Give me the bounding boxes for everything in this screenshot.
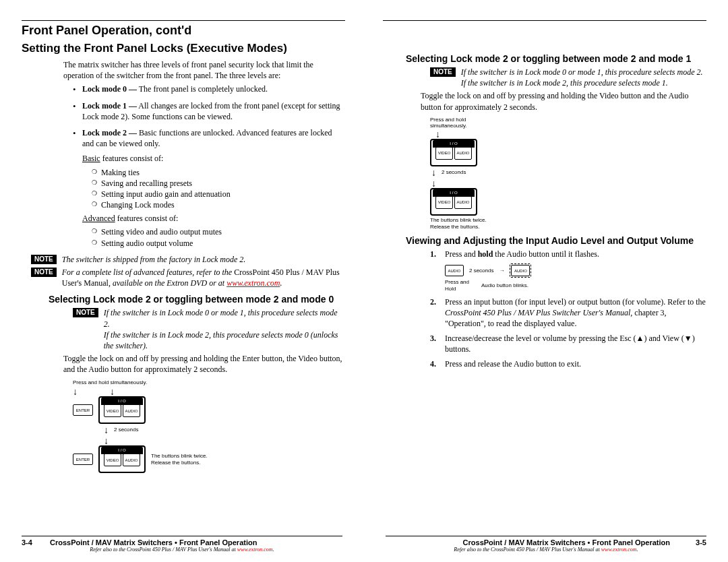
section-title: Front Panel Operation, cont'd — [22, 24, 345, 38]
fig-2sec: 2 seconds — [114, 427, 138, 433]
fig-2sec: 2 seconds — [469, 268, 493, 274]
audio-button-icon: AUDIO — [511, 265, 530, 276]
fig-caption: Press and hold simultaneously. — [430, 117, 706, 129]
toggle-body-r: Toggle the lock on and off by pressing a… — [421, 90, 706, 112]
mode1-item: Lock mode 1 — All changes are locked fro… — [73, 100, 345, 122]
note2-a: For a complete list of advanced features… — [62, 268, 234, 277]
sub-h3-left: Selecting Lock mode 2 or toggling betwee… — [49, 294, 345, 305]
note-badge: NOTE — [73, 308, 98, 317]
note-text: If the switcher is in Lock mode 0 or mod… — [461, 67, 703, 88]
audio-button-icon: AUDIO — [123, 454, 140, 466]
io-panel: I / O VIDEO AUDIO — [430, 188, 477, 216]
footer-sub-tail: . — [637, 547, 638, 553]
s3: Increase/decrease the level or volume by… — [445, 333, 706, 354]
io-label: I / O — [118, 448, 125, 452]
mode2-item: Lock mode 2 — Basic functions are unlock… — [73, 127, 345, 249]
audio-button-icon: AUDIO — [454, 147, 472, 160]
arrow-down-icon: ↓ — [431, 178, 436, 189]
note-r1: NOTE If the switcher is in Lock mode 0 o… — [430, 67, 706, 88]
adv-item: Setting video and audio output mutes — [92, 226, 345, 237]
s2a: Press an input button (for input level) … — [445, 297, 706, 307]
figure-lock-left: Press and hold simultaneously. ↓ ↓ ENTER… — [73, 379, 345, 474]
footer-sub: Refer also to the CrossPoint 450 Plus / … — [22, 547, 342, 553]
extron-link[interactable]: www.extron.com — [226, 278, 280, 288]
audio-button-icon: AUDIO — [454, 196, 472, 209]
blink-outline: AUDIO — [510, 263, 531, 278]
footer-title: CrossPoint / MAV Matrix Switchers • Fron… — [463, 538, 670, 547]
video-button-icon: VIDEO — [104, 404, 121, 417]
note2-c: , available on the Extron DVD or at — [109, 278, 226, 288]
page-number: 3-5 — [678, 538, 706, 547]
arrow-down-icon: ↓ — [431, 168, 436, 177]
fig-blinks: Audio button blinks. — [481, 282, 528, 289]
footer-title: CrossPoint / MAV Matrix Switchers • Fron… — [50, 538, 257, 547]
note-2: NOTE For a complete list of advanced fea… — [31, 267, 345, 288]
top-rule — [22, 20, 345, 21]
toggle-body: Toggle the lock on and off by pressing a… — [63, 353, 345, 375]
noter1b: If the switcher is in Lock mode 2, this … — [461, 78, 668, 88]
note-text: For a complete list of advanced features… — [62, 267, 345, 288]
note-badge: NOTE — [430, 67, 456, 77]
mode2-label: Lock mode 2 — — [82, 128, 137, 137]
s1c: the Audio button until it flashes. — [493, 249, 599, 259]
s1b: hold — [478, 249, 493, 259]
note-badge: NOTE — [31, 255, 57, 264]
intro-para: The matrix switcher has three levels of … — [63, 59, 345, 81]
footer-left: 3-4 CrossPoint / MAV Matrix Switchers • … — [22, 536, 342, 553]
noter1a: If the switcher is in Lock mode 0 or mod… — [461, 67, 703, 77]
intro-body: The matrix switcher has three levels of … — [63, 59, 345, 249]
enter-button-icon: ENTER — [73, 454, 93, 465]
io-panel: I / O VIDEO AUDIO — [98, 396, 146, 424]
step-1: 1.Press and hold the Audio button until … — [430, 249, 706, 259]
note-badge: NOTE — [31, 268, 57, 277]
arrow-down-icon: ↓ — [104, 435, 109, 446]
steps-list: 1.Press and hold the Audio button until … — [430, 249, 706, 259]
fig-release: The buttons blink twice. Release the but… — [430, 217, 706, 230]
footer-sub-text: Refer also to the CrossPoint 450 Plus / … — [90, 547, 237, 553]
note2-d: . — [280, 278, 282, 288]
io-label: I / O — [450, 142, 457, 146]
mode1-label: Lock mode 1 — — [82, 101, 137, 111]
s4: Press and release the Audio button to ex… — [445, 358, 706, 369]
audio-button-icon: AUDIO — [445, 265, 464, 276]
adv-list: Setting video and audio output mutes Set… — [92, 226, 345, 248]
footer-right: CrossPoint / MAV Matrix Switchers • Fron… — [386, 536, 706, 553]
video-button-icon: VIDEO — [435, 147, 453, 160]
mode0-label: Lock mode 0 — — [82, 84, 137, 94]
arrow-down-icon: ↓ — [104, 425, 109, 435]
mode-list: Lock mode 0 — The front panel is complet… — [73, 84, 345, 248]
basic-und: Basic — [82, 154, 100, 163]
basic-tail: features consist of: — [100, 154, 164, 163]
io-label: I / O — [118, 399, 125, 403]
footer-sub-tail: . — [273, 547, 274, 553]
footer-link[interactable]: www.extron.com — [237, 547, 273, 553]
step-2: 2.Press an input button (for input level… — [430, 296, 706, 330]
note-3: NOTE If the switcher is in Lock mode 0 o… — [73, 307, 345, 351]
figure-lock-right: Press and hold simultaneously. ↓ I / O V… — [430, 117, 706, 230]
footer-sub: Refer also to the CrossPoint 450 Plus / … — [386, 547, 706, 553]
video-button-icon: VIDEO — [435, 196, 453, 209]
adv-tail: features consist of: — [115, 214, 179, 223]
page-number: 3-4 — [22, 538, 50, 547]
io-panel: I / O VIDEO AUDIO — [430, 139, 477, 166]
basic-item: Making ties — [92, 167, 345, 178]
audio-button-icon: AUDIO — [123, 404, 140, 417]
basic-item: Saving and recalling presets — [92, 178, 345, 189]
footer-sub-text: Refer also to the CrossPoint 450 Plus / … — [454, 547, 601, 553]
fig-press-hold: Press and Hold — [445, 279, 469, 292]
subsection-title: Setting the Front Panel Locks (Executive… — [22, 42, 345, 55]
fig-caption: Press and hold simultaneously. — [73, 379, 345, 386]
mode0-text: The front panel is completely unlocked. — [137, 84, 268, 94]
basic-list: Making ties Saving and recalling presets… — [92, 167, 345, 211]
io-label: I / O — [450, 191, 457, 195]
note3a: If the switcher is in Lock mode 0 or mod… — [104, 308, 338, 328]
arrow-down-icon: ↓ — [73, 387, 78, 396]
basic-item: Changing Lock modes — [92, 199, 345, 210]
step-4: 4.Press and release the Audio button to … — [430, 358, 706, 369]
footer-link[interactable]: www.extron.com — [601, 547, 637, 553]
figure-audio: AUDIO 2 seconds → AUDIO Press and Hold A… — [445, 263, 706, 292]
arrow-down-icon: ↓ — [435, 129, 440, 139]
arrow-down-icon: ↓ — [110, 387, 115, 396]
arrow-right-icon: → — [499, 268, 504, 274]
basic-item: Setting input audio gain and attenuation — [92, 189, 345, 199]
